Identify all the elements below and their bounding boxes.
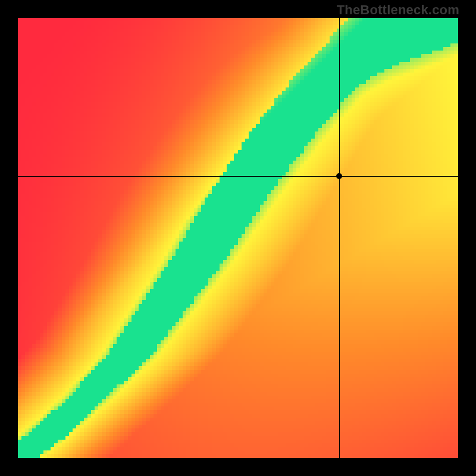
chart-frame: TheBottleneck.com xyxy=(0,0,476,476)
crosshair-vertical xyxy=(339,18,340,458)
plot-area xyxy=(18,18,458,458)
marker-dot xyxy=(336,173,342,179)
crosshair-horizontal xyxy=(18,176,458,177)
watermark-text: TheBottleneck.com xyxy=(337,2,459,18)
heatmap-canvas xyxy=(18,18,458,458)
